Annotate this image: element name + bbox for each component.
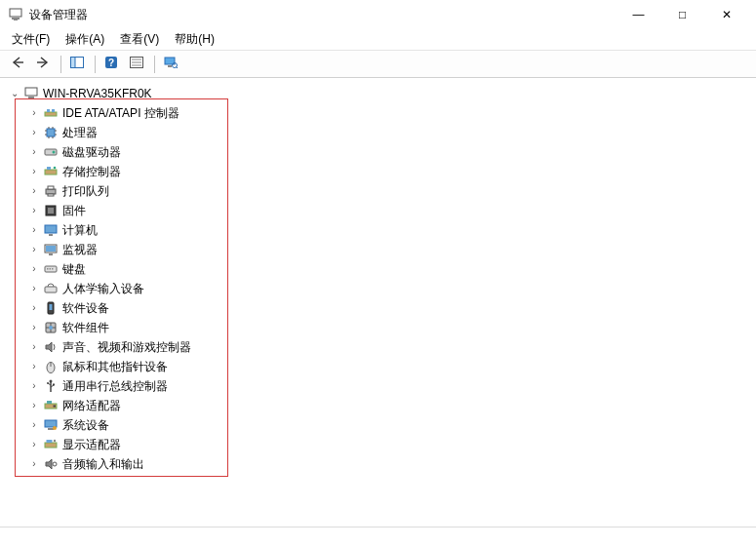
network-adapter-icon — [43, 398, 59, 413]
svg-point-52 — [49, 326, 53, 330]
close-button[interactable]: ✕ — [704, 0, 748, 29]
svg-rect-42 — [46, 246, 56, 252]
window-title: 设备管理器 — [29, 7, 88, 23]
expander-closed-icon[interactable]: › — [27, 145, 41, 159]
expander-closed-icon[interactable]: › — [27, 438, 41, 451]
expander-closed-icon[interactable]: › — [27, 379, 41, 393]
expander-closed-icon[interactable]: › — [27, 204, 41, 217]
tree-item[interactable]: ›监视器 — [27, 240, 748, 259]
back-button[interactable] — [6, 54, 29, 75]
svg-rect-19 — [52, 109, 55, 112]
expander-closed-icon[interactable]: › — [27, 418, 41, 432]
help-button[interactable]: ? — [99, 54, 123, 75]
minimize-button[interactable]: — — [617, 0, 660, 29]
toolbar-separator — [154, 56, 155, 73]
toolbar-separator — [60, 56, 61, 73]
tree-item[interactable]: ›显示适配器 — [27, 435, 748, 454]
tree-item[interactable]: ›声音、视频和游戏控制器 — [27, 337, 748, 357]
expander-closed-icon[interactable]: › — [27, 301, 41, 315]
tree-item[interactable]: ›计算机 — [27, 220, 748, 240]
maximize-button[interactable]: □ — [660, 0, 704, 29]
tree-item[interactable]: ›磁盘驱动器 — [27, 142, 748, 162]
expander-closed-icon[interactable]: › — [27, 165, 41, 178]
svg-rect-64 — [45, 443, 57, 448]
menu-view[interactable]: 查看(V) — [112, 29, 167, 50]
tree-item-label: 软件设备 — [62, 298, 109, 318]
forward-arrow-icon — [35, 56, 51, 72]
expander-closed-icon[interactable]: › — [27, 282, 41, 295]
svg-rect-36 — [48, 194, 54, 196]
svg-rect-48 — [45, 287, 57, 293]
tree-root-label: WIN-RRVA35KFR0K — [43, 84, 152, 103]
forward-button[interactable] — [31, 54, 55, 75]
svg-rect-46 — [50, 268, 52, 270]
tree-item[interactable]: ›网络适配器 — [27, 396, 748, 415]
expander-closed-icon[interactable]: › — [27, 340, 41, 354]
menu-file[interactable]: 文件(F) — [4, 29, 58, 50]
toolbar: ? — [0, 51, 756, 78]
expander-closed-icon[interactable]: › — [27, 360, 41, 373]
expander-closed-icon[interactable]: › — [27, 243, 41, 256]
tree-item-label: 鼠标和其他指针设备 — [62, 357, 168, 376]
tree-item-label: 系统设备 — [62, 415, 109, 435]
tree-item-label: 声音、视频和游戏控制器 — [62, 337, 191, 357]
tree-item[interactable]: ›系统设备 — [27, 415, 748, 435]
app-icon — [8, 7, 23, 22]
tree-item[interactable]: ›处理器 — [27, 123, 748, 142]
disk-drive-icon — [43, 144, 59, 160]
svg-rect-60 — [54, 406, 57, 408]
svg-rect-34 — [46, 189, 56, 194]
tree-item[interactable]: ›鼠标和其他指针设备 — [27, 357, 748, 376]
properties-button[interactable] — [125, 54, 148, 75]
tree-item[interactable]: ›IDE ATA/ATAPI 控制器 — [27, 103, 748, 123]
keyboard-icon — [43, 261, 59, 277]
menu-help[interactable]: 帮助(H) — [167, 29, 222, 50]
tree-item[interactable]: ›软件设备 — [27, 298, 748, 318]
tree-item[interactable]: ›键盘 — [27, 259, 748, 279]
tree-item-label: 磁盘驱动器 — [62, 142, 121, 162]
svg-point-55 — [50, 380, 53, 383]
svg-point-67 — [53, 462, 57, 466]
tree-item[interactable]: ›音频输入和输出 — [27, 454, 748, 474]
expander-closed-icon[interactable]: › — [27, 457, 41, 471]
tree-item[interactable]: ›人体学输入设备 — [27, 279, 748, 298]
svg-rect-16 — [28, 97, 34, 98]
expander-closed-icon[interactable]: › — [27, 262, 41, 276]
show-hide-tree-button[interactable] — [65, 54, 89, 75]
svg-rect-31 — [45, 170, 57, 175]
svg-rect-1 — [12, 18, 20, 20]
audio-io-icon — [43, 456, 59, 472]
system-device-icon — [43, 417, 59, 433]
tree-root[interactable]: ⌄ WIN-RRVA35KFR0K — [8, 84, 748, 103]
tree-item[interactable]: ›打印队列 — [27, 181, 748, 201]
tree-item[interactable]: ›软件组件 — [27, 318, 748, 337]
expander-closed-icon[interactable]: › — [27, 223, 41, 237]
tree-item[interactable]: ›固件 — [27, 201, 748, 220]
tree-item[interactable]: ›存储控制器 — [27, 162, 748, 181]
tree-item-label: 人体学输入设备 — [62, 279, 144, 298]
svg-point-66 — [54, 440, 56, 442]
svg-point-57 — [47, 382, 49, 384]
svg-rect-4 — [71, 58, 76, 68]
expander-closed-icon[interactable]: › — [27, 126, 41, 139]
expander-closed-icon[interactable]: › — [27, 321, 41, 334]
menubar: 文件(F) 操作(A) 查看(V) 帮助(H) — [0, 29, 756, 51]
display-adapter-icon — [43, 437, 59, 452]
svg-rect-47 — [52, 268, 54, 270]
expander-closed-icon[interactable]: › — [27, 106, 41, 120]
svg-rect-56 — [53, 384, 55, 386]
svg-text:?: ? — [108, 58, 114, 68]
tree-view[interactable]: ⌄ WIN-RRVA35KFR0K ›IDE ATA/ATAPI 控制器›处理器… — [0, 78, 756, 547]
back-arrow-icon — [10, 56, 25, 72]
titlebar: 设备管理器 — □ ✕ — [0, 0, 756, 29]
svg-rect-45 — [47, 268, 49, 270]
expander-closed-icon[interactable]: › — [27, 399, 41, 412]
expander-open-icon[interactable]: ⌄ — [8, 87, 21, 100]
menu-action[interactable]: 操作(A) — [58, 29, 112, 50]
scan-hardware-button[interactable] — [159, 54, 182, 75]
expander-closed-icon[interactable]: › — [27, 184, 41, 198]
tree-item[interactable]: ›通用串行总线控制器 — [27, 376, 748, 396]
properties-icon — [129, 56, 144, 72]
svg-rect-61 — [45, 420, 57, 427]
svg-rect-15 — [25, 88, 37, 96]
